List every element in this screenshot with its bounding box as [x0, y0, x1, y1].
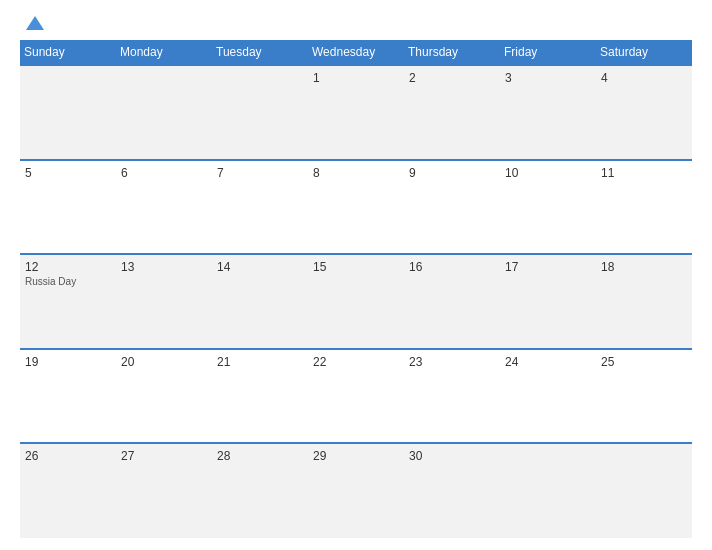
calendar-day-empty — [20, 65, 116, 160]
weekday-header-monday: Monday — [116, 40, 212, 65]
calendar-week-row: 19202122232425 — [20, 349, 692, 444]
weekday-header-tuesday: Tuesday — [212, 40, 308, 65]
calendar-day: 5 — [20, 160, 116, 255]
calendar-day: 1 — [308, 65, 404, 160]
calendar-day: 23 — [404, 349, 500, 444]
header — [20, 16, 692, 30]
calendar-page: SundayMondayTuesdayWednesdayThursdayFrid… — [0, 0, 712, 550]
calendar-day: 6 — [116, 160, 212, 255]
calendar-day: 2 — [404, 65, 500, 160]
calendar-day: 13 — [116, 254, 212, 349]
calendar-day: 26 — [20, 443, 116, 538]
calendar-day — [116, 65, 212, 160]
calendar-day: 4 — [596, 65, 692, 160]
calendar-day: 29 — [308, 443, 404, 538]
calendar-day: 22 — [308, 349, 404, 444]
calendar-day — [212, 65, 308, 160]
weekday-header-wednesday: Wednesday — [308, 40, 404, 65]
calendar-day: 24 — [500, 349, 596, 444]
calendar-day: 10 — [500, 160, 596, 255]
calendar-header: SundayMondayTuesdayWednesdayThursdayFrid… — [20, 40, 692, 65]
calendar-day-empty — [596, 443, 692, 538]
calendar-day: 27 — [116, 443, 212, 538]
logo — [20, 16, 50, 30]
calendar-day: 18 — [596, 254, 692, 349]
calendar-day: 14 — [212, 254, 308, 349]
weekday-header-sunday: Sunday — [20, 40, 116, 65]
calendar-day: 12Russia Day — [20, 254, 116, 349]
calendar-day: 17 — [500, 254, 596, 349]
calendar-day: 25 — [596, 349, 692, 444]
calendar-day: 28 — [212, 443, 308, 538]
calendar-day: 30 — [404, 443, 500, 538]
calendar-day: 19 — [20, 349, 116, 444]
calendar-body: 123456789101112Russia Day131415161718192… — [20, 65, 692, 538]
calendar-day: 11 — [596, 160, 692, 255]
weekday-header-thursday: Thursday — [404, 40, 500, 65]
calendar-day: 21 — [212, 349, 308, 444]
weekday-header-saturday: Saturday — [596, 40, 692, 65]
calendar-day: 8 — [308, 160, 404, 255]
calendar-day: 16 — [404, 254, 500, 349]
logo-triangle-icon — [26, 16, 44, 30]
weekday-header-friday: Friday — [500, 40, 596, 65]
calendar-day-empty — [500, 443, 596, 538]
calendar-table: SundayMondayTuesdayWednesdayThursdayFrid… — [20, 40, 692, 538]
calendar-day: 7 — [212, 160, 308, 255]
weekday-header-row: SundayMondayTuesdayWednesdayThursdayFrid… — [20, 40, 692, 65]
calendar-week-row: 12Russia Day131415161718 — [20, 254, 692, 349]
calendar-day: 15 — [308, 254, 404, 349]
calendar-day: 3 — [500, 65, 596, 160]
calendar-week-row: 567891011 — [20, 160, 692, 255]
calendar-week-row: 1234 — [20, 65, 692, 160]
calendar-day: 20 — [116, 349, 212, 444]
calendar-day: 9 — [404, 160, 500, 255]
calendar-week-row: 2627282930 — [20, 443, 692, 538]
